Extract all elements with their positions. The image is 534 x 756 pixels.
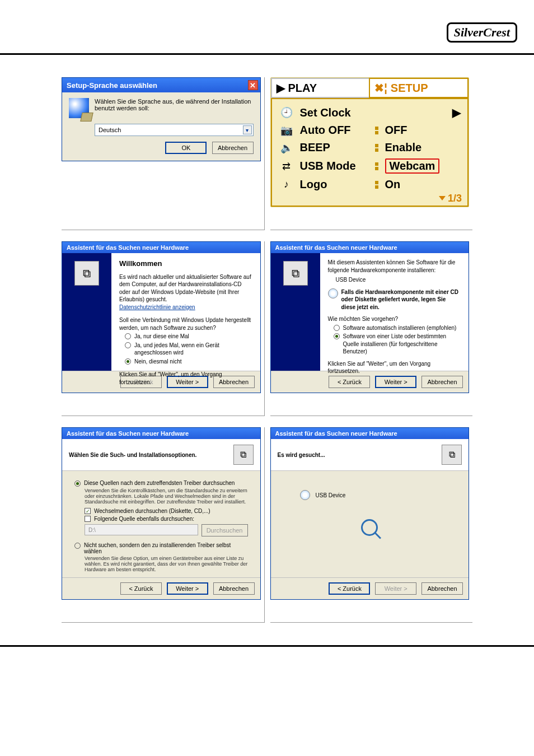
usb-icon: ⇄ <box>279 160 294 172</box>
hw-wizard-2: Assistent für das Suchen neuer Hardware … <box>270 241 470 393</box>
radio-yes-once[interactable]: Ja, nur diese eine Mal <box>125 333 252 340</box>
radio-label: Nein, diesmal nicht <box>134 358 181 366</box>
next-button: Weiter > <box>375 582 416 595</box>
play-icon: ▶ <box>277 81 285 95</box>
language-select[interactable]: Deutsch ▾ <box>95 124 254 136</box>
device-name: USB Device <box>316 492 346 498</box>
ok-button[interactable]: OK <box>165 142 207 154</box>
device-name: USB Device <box>336 276 461 284</box>
info-icon <box>300 490 310 500</box>
tab-setup[interactable]: ✖¦ SETUP <box>369 78 469 98</box>
path-input: D:\ <box>85 524 198 535</box>
cancel-button[interactable]: Abbrechen <box>213 582 255 595</box>
hw-wizard-4: Assistent für das Suchen neuer Hardware … <box>270 427 470 600</box>
radio-no[interactable]: Nein, diesmal nicht <box>125 358 252 366</box>
clock-icon: 🕘 <box>279 106 294 119</box>
back-button[interactable]: < Zurück <box>120 582 162 595</box>
device-icon: ⧉ <box>233 445 254 465</box>
setup-item-value: On <box>385 178 401 191</box>
device-icon: ⧉ <box>283 261 308 286</box>
wizard-heading: Willkommen <box>119 259 252 269</box>
wizard-text: Wie möchten Sie vorgehen? <box>328 315 461 323</box>
next-button[interactable]: Weiter > <box>167 582 208 595</box>
wizard-heading: Wählen Sie die Such- und Installationsop… <box>69 452 196 458</box>
setup-item-value: Webcam <box>385 158 440 174</box>
tools-icon: ✖¦ <box>374 81 387 95</box>
close-icon[interactable]: ✕ <box>248 80 258 90</box>
tab-setup-label: SETUP <box>391 82 428 95</box>
radio-auto-install[interactable]: Software automatisch installieren (empfo… <box>334 324 461 332</box>
logo-icon: ♪ <box>279 179 294 190</box>
wizard-sidebar: ⧉ <box>62 253 111 371</box>
setup-item-logo[interactable]: ♪ Logo On <box>278 176 462 193</box>
checkbox-label: Folgende Quelle ebenfalls durchsuchen: <box>94 516 194 522</box>
wizard-text: Klicken Sie auf "Weiter", um den Vorgang… <box>119 371 252 386</box>
wizard-text: Es wird nach aktueller und aktualisierte… <box>119 273 252 304</box>
wizard-sidebar: ⧉ <box>271 253 320 371</box>
radio-list-install[interactable]: Software von einer Liste oder bestimmten… <box>334 333 461 356</box>
wizard-title: Assistent für das Suchen neuer Hardware <box>67 430 189 437</box>
checkbox-label: Wechselmedien durchsuchen (Diskette, CD,… <box>94 508 210 514</box>
setup-item-label: USB Mode <box>300 160 369 172</box>
radio-label: Diese Quellen nach dem zutreffendsten Tr… <box>84 480 235 486</box>
separator-icon <box>375 162 380 170</box>
divider-bottom <box>0 645 534 647</box>
radio-subtext: Verwenden Sie die Kontrollkästchen, um d… <box>85 488 248 505</box>
lang-dialog-message: Wählen Sie die Sprache aus, die während … <box>95 98 254 118</box>
divider-top <box>0 53 534 55</box>
device-icon: ⧉ <box>74 261 99 286</box>
hw-wizard-1: Assistent für das Suchen neuer Hardware … <box>62 241 261 393</box>
setup-item-beep[interactable]: 🔈 BEEP Enable <box>278 139 462 156</box>
wizard-title: Assistent für das Suchen neuer Hardware <box>67 244 189 251</box>
back-button[interactable]: < Zurück <box>329 376 370 388</box>
radio-yes-always[interactable]: Ja, und jedes Mal, wenn ein Gerät angesc… <box>125 342 252 357</box>
checkbox-include-path[interactable]: Folgende Quelle ebenfalls durchsuchen: <box>85 516 248 522</box>
language-select-value: Deutsch <box>99 127 121 133</box>
cd-icon <box>328 288 338 298</box>
camera-setup-screen: ▶ PLAY ✖¦ SETUP 🕘 Set Clock ▶ � <box>270 77 470 207</box>
setup-item-label: Set Clock <box>300 106 369 119</box>
setup-item-set-clock[interactable]: 🕘 Set Clock ▶ <box>278 104 462 122</box>
radio-label: Ja, und jedes Mal, wenn ein Gerät angesc… <box>134 342 252 357</box>
setup-item-auto-off[interactable]: 📷 Auto OFF OFF <box>278 122 462 139</box>
back-button[interactable]: < Zurück <box>329 582 370 595</box>
setup-item-label: Logo <box>300 178 369 191</box>
separator-icon <box>375 127 380 134</box>
setup-item-value: Enable <box>385 141 422 154</box>
chevron-right-icon: ▶ <box>452 106 461 119</box>
wizard-title: Assistent für das Suchen neuer Hardware <box>275 244 397 251</box>
wizard-text: Soll eine Verbindung mit Windows Update … <box>119 316 252 332</box>
speaker-icon: 🔈 <box>279 142 294 154</box>
cancel-button[interactable]: Abbrechen <box>421 582 463 595</box>
cancel-button[interactable]: Abbrechen <box>421 376 463 388</box>
radio-label: Nicht suchen, sondern den zu installiere… <box>84 542 248 554</box>
setup-item-label: Auto OFF <box>300 124 369 137</box>
device-icon: ⧉ <box>442 445 462 465</box>
radio-label: Software von einer Liste oder bestimmten… <box>343 333 461 356</box>
radio-dont-search[interactable]: Nicht suchen, sondern den zu installiere… <box>74 542 248 554</box>
tab-play-label: PLAY <box>288 82 317 95</box>
camera-icon: 📷 <box>279 124 294 137</box>
radio-search-sources[interactable]: Diese Quellen nach dem zutreffendsten Tr… <box>74 480 248 487</box>
tab-play[interactable]: ▶ PLAY <box>271 78 369 98</box>
hw-wizard-3: Assistent für das Suchen neuer Hardware … <box>62 427 261 600</box>
setup-item-usb-mode[interactable]: ⇄ USB Mode Webcam <box>278 156 462 176</box>
checkbox-removable-media[interactable]: ✓Wechselmedien durchsuchen (Diskette, CD… <box>85 508 248 514</box>
next-button[interactable]: Weiter > <box>375 376 416 388</box>
separator-icon <box>375 181 380 189</box>
lang-dialog-title: Setup-Sprache auswählen <box>67 81 157 90</box>
wizard-text: Mit diesem Assistenten können Sie Softwa… <box>328 259 461 274</box>
cancel-button[interactable]: Abbrechen <box>212 142 254 154</box>
radio-label: Ja, nur diese eine Mal <box>134 333 189 340</box>
radio-label: Software automatisch installieren (empfo… <box>343 324 457 332</box>
lang-dialog-titlebar: Setup-Sprache auswählen ✕ <box>62 78 260 92</box>
browse-button: Durchsuchen <box>202 524 248 536</box>
brand-logo: SilverCrest <box>447 22 517 43</box>
chevron-down-icon[interactable]: ▾ <box>243 125 252 134</box>
globe-icon <box>69 98 89 118</box>
wizard-heading: Es wird gesucht... <box>278 452 325 458</box>
privacy-link[interactable]: Datenschutzrichtlinie anzeigen <box>119 304 195 310</box>
setup-item-value: OFF <box>385 124 407 137</box>
separator-icon <box>375 144 380 152</box>
setup-page-indicator: 1/3 <box>439 193 462 204</box>
